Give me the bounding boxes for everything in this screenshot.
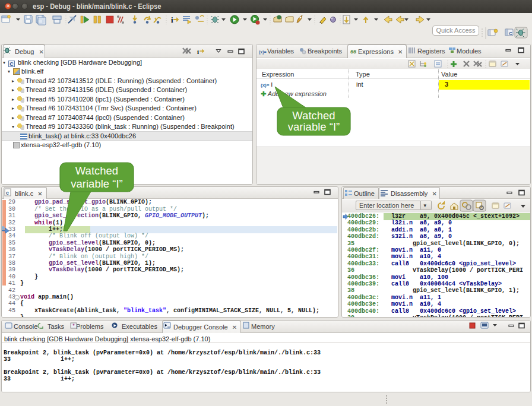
svg-text:C: C [509,31,512,36]
svg-text:i: i [171,15,173,24]
